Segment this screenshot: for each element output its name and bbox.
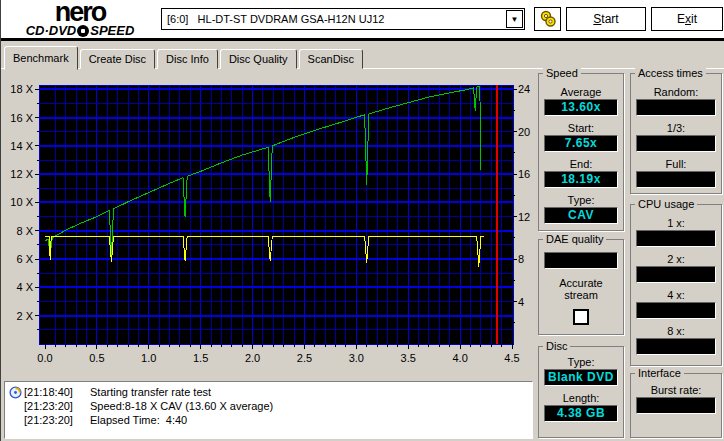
tab-benchmark[interactable]: Benchmark	[4, 46, 78, 70]
axis-tick-label: 24	[518, 83, 530, 95]
brand-product-left: CD·DVD	[26, 25, 77, 37]
axis-tick-label: 16 X	[1, 112, 33, 124]
axis-tick-label: 2.0	[238, 352, 268, 364]
interface-panel-title: Interface	[635, 367, 684, 379]
cpu-2x-label: 2 x:	[631, 253, 721, 265]
speed-panel-title: Speed	[543, 67, 581, 79]
speed-settings-button[interactable]	[534, 7, 561, 31]
burst-rate-label: Burst rate:	[631, 384, 721, 396]
exit-button[interactable]: Exit	[651, 7, 723, 31]
start-button[interactable]: Start	[566, 7, 646, 31]
axis-tick-label: 3.5	[393, 352, 423, 364]
axis-tick-label: 1.0	[134, 352, 164, 364]
speed-panel: Speed Average 13.60x Start: 7.65x End: 1…	[538, 73, 624, 231]
axis-tick-label: 6 X	[1, 253, 33, 265]
axis-tick-label: 14 X	[1, 140, 33, 152]
toolbar: nero CD·DVD SPEED [6:0] HL-DT-ST DVDRAM …	[1, 0, 724, 41]
log-time: [21:18:40]	[24, 386, 90, 400]
nero-logo: nero CD·DVD SPEED	[5, 0, 155, 37]
dropdown-arrow-icon[interactable]: ▼	[506, 10, 523, 28]
brand-product-right: SPEED	[90, 25, 134, 37]
log-entry: [21:23:20] Elapsed Time: 4:40	[5, 414, 532, 428]
dae-quality-panel-title: DAE quality	[543, 233, 606, 245]
disc-panel-title: Disc	[543, 340, 570, 352]
axis-tick-label: 4.0	[445, 352, 475, 364]
cpu-1x-value	[636, 230, 716, 247]
axis-tick-label: 4 X	[1, 281, 33, 293]
axis-tick-label: 1.5	[186, 352, 216, 364]
axis-tick-label: 2.5	[289, 352, 319, 364]
access-random-label: Random:	[631, 86, 721, 98]
log-message: Starting transfer rate test	[90, 386, 211, 400]
benchmark-page: 2 X4 X6 X8 X10 X12 X14 X16 X18 X48121620…	[1, 68, 724, 441]
access-full-value	[636, 171, 716, 188]
log-entry-icon	[9, 386, 22, 399]
axis-tick-label: 4	[518, 296, 524, 308]
drive-select-value: [6:0] HL-DT-ST DVDRAM GSA-H12N UJ12	[162, 13, 506, 25]
dae-quality-panel: DAE quality Accurate stream	[538, 239, 624, 335]
axis-tick-label: 4.5	[497, 352, 527, 364]
log-time: [21:23:20]	[24, 400, 90, 414]
disc-length-label: Length:	[539, 392, 623, 404]
accurate-stream-checkbox[interactable]	[573, 309, 589, 325]
speed-average-label: Average	[539, 86, 623, 98]
axis-tick-label: 0.0	[30, 352, 60, 364]
log-message: Speed:8-18 X CAV (13.60 X average)	[90, 400, 273, 414]
cpu-8x-label: 8 x:	[631, 325, 721, 337]
log-entry: [21:18:40] Starting transfer rate test	[5, 386, 532, 400]
speed-type-label: Type:	[539, 194, 623, 206]
burst-rate-value	[636, 397, 716, 414]
access-onethird-label: 1/3:	[631, 122, 721, 134]
disc-logo-icon	[77, 25, 89, 37]
access-times-panel-title: Access times	[635, 67, 706, 79]
log-entry: [21:23:20] Speed:8-18 X CAV (13.60 X ave…	[5, 400, 532, 414]
interface-panel: Interface Burst rate:	[630, 373, 722, 438]
speed-discs-icon	[538, 9, 558, 29]
access-times-panel: Access times Random: 1/3: Full:	[630, 73, 722, 194]
log-message: Elapsed Time: 4:40	[90, 414, 187, 428]
tab-disc-info[interactable]: Disc Info	[157, 49, 218, 69]
axis-tick-label: 20	[518, 126, 530, 138]
benchmark-chart: 2 X4 X6 X8 X10 X12 X14 X16 X18 X48121620…	[1, 73, 537, 373]
speed-start-value: 7.65x	[544, 135, 618, 152]
disc-panel: Disc Type: Blank DVD Length: 4.38 GB	[538, 346, 624, 438]
dae-quality-value	[544, 252, 618, 269]
drive-select-dropdown[interactable]: [6:0] HL-DT-ST DVDRAM GSA-H12N UJ12 ▼	[161, 8, 525, 30]
axis-tick-label: 2 X	[1, 310, 33, 322]
disc-type-value: Blank DVD	[544, 369, 618, 386]
cpu-2x-value	[636, 266, 716, 283]
axis-tick-label: 3.0	[341, 352, 371, 364]
log-time: [21:23:20]	[24, 414, 90, 428]
axis-tick-label: 8 X	[1, 225, 33, 237]
cpu-4x-value	[636, 302, 716, 319]
access-random-value	[636, 99, 716, 116]
cpu-usage-panel-title: CPU usage	[635, 198, 697, 210]
speed-end-label: End:	[539, 158, 623, 170]
speed-start-label: Start:	[539, 122, 623, 134]
brand-name: nero	[5, 0, 155, 25]
axis-tick-label: 0.5	[82, 352, 112, 364]
tab-bar: Benchmark Create Disc Disc Info Disc Qua…	[4, 45, 365, 69]
axis-tick-label: 10 X	[1, 196, 33, 208]
speed-type-value: CAV	[544, 207, 618, 224]
axis-tick-label: 8	[518, 253, 524, 265]
access-full-label: Full:	[631, 158, 721, 170]
speed-average-value: 13.60x	[544, 99, 618, 116]
app-window: nero CD·DVD SPEED [6:0] HL-DT-ST DVDRAM …	[0, 0, 724, 441]
disc-type-label: Type:	[539, 356, 623, 368]
access-onethird-value	[636, 135, 716, 152]
cpu-8x-value	[636, 338, 716, 355]
tab-scandisc[interactable]: ScanDisc	[299, 49, 363, 69]
axis-tick-label: 18 X	[1, 83, 33, 95]
disc-length-value: 4.38 GB	[544, 405, 618, 422]
cpu-usage-panel: CPU usage 1 x: 2 x: 4 x: 8 x:	[630, 204, 722, 366]
cpu-4x-label: 4 x:	[631, 289, 721, 301]
tab-create-disc[interactable]: Create Disc	[80, 49, 155, 69]
speed-end-value: 18.19x	[544, 171, 618, 188]
log-list: [21:18:40] Starting transfer rate test […	[4, 381, 533, 439]
axis-tick-label: 12	[518, 211, 530, 223]
axis-tick-label: 12 X	[1, 168, 33, 180]
tab-disc-quality[interactable]: Disc Quality	[220, 49, 297, 69]
accurate-stream-label: Accurate stream	[539, 277, 623, 301]
axis-tick-label: 16	[518, 168, 530, 180]
